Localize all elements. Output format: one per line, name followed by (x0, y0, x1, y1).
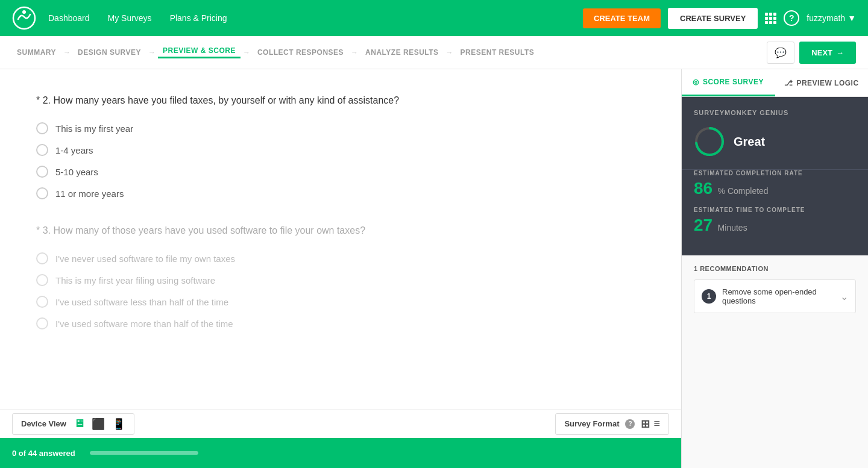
radio-3-4[interactable] (36, 317, 48, 329)
format-icons: ⊞ ≡ (641, 417, 660, 431)
nav-actions: CREATE TEAM CREATE SURVEY ? fuzzymath ▼ (583, 8, 856, 29)
progress-bar-section: 0 of 44 answered (0, 438, 681, 468)
panel-tabs: ◎ SCORE SURVEY ⎇ PREVIEW LOGIC (682, 69, 868, 97)
genius-rating: Great (694, 126, 856, 157)
time-to-complete-value: 27 (694, 216, 712, 234)
radio-2-2[interactable] (36, 144, 48, 156)
question-3-text: * 3. How many of those years have you us… (36, 223, 645, 238)
create-team-button[interactable]: CREATE TEAM (583, 8, 661, 28)
next-button[interactable]: NEXT → (799, 42, 856, 64)
top-nav: Dashboard My Surveys Plans & Pricing CRE… (0, 0, 868, 36)
completion-rate-label: ESTIMATED COMPLETION RATE (694, 170, 856, 176)
answer-3-3[interactable]: I've used software less than half of the… (36, 296, 645, 308)
rec-text-1: Remove some open-ended questions (722, 287, 834, 305)
step-analyze[interactable]: ANALYZE RESULTS (360, 48, 444, 57)
answer-2-2[interactable]: 1-4 years (36, 144, 645, 156)
question-3-block: * 3. How many of those years have you us… (36, 223, 645, 329)
recommendation-item-1[interactable]: 1 Remove some open-ended questions ⌄ (694, 279, 856, 313)
answer-2-1-label: This is my first year (55, 123, 133, 134)
genius-section: SURVEYMONKEY GENIUS Great (682, 97, 868, 169)
answer-2-4-label: 11 or more years (55, 189, 124, 199)
stats-section: ESTIMATED COMPLETION RATE 86 % Completed… (682, 169, 868, 255)
survey-format-box: Survey Format ? ⊞ ≡ (555, 413, 669, 435)
survey-scroll[interactable]: * 2. How many years have you filed taxes… (0, 69, 681, 468)
step-arrow-3: → (243, 48, 250, 57)
genius-rating-label: Great (734, 135, 765, 149)
genius-circle-container (694, 126, 725, 157)
step-design[interactable]: DESIGN SURVEY (73, 48, 146, 57)
step-arrow-2: → (148, 48, 156, 57)
completion-rate-stat: ESTIMATED COMPLETION RATE 86 % Completed (694, 170, 856, 198)
nav-plans-pricing[interactable]: Plans & Pricing (170, 13, 227, 23)
radio-3-3[interactable] (36, 296, 48, 308)
desktop-icon[interactable]: 🖥 (74, 417, 84, 430)
step-arrow-4: → (351, 48, 358, 57)
right-panel: ◎ SCORE SURVEY ⎇ PREVIEW LOGIC SURVEYMON… (681, 69, 868, 468)
answer-3-3-label: I've used software less than half of the… (55, 297, 228, 307)
genius-title: SURVEYMONKEY GENIUS (694, 109, 856, 116)
recommendation-header: 1 RECOMMENDATION (694, 265, 856, 272)
radio-2-4[interactable] (36, 187, 48, 199)
answer-2-3[interactable]: 5-10 years (36, 166, 645, 178)
radio-3-2[interactable] (36, 274, 48, 286)
help-icon[interactable]: ? (784, 10, 799, 26)
tab-score-survey[interactable]: ◎ SCORE SURVEY (682, 69, 775, 96)
nav-dashboard[interactable]: Dashboard (48, 13, 90, 23)
radio-3-1[interactable] (36, 252, 48, 264)
comment-icon: 💬 (775, 48, 787, 58)
answer-3-4-label: I've used software more than half of the… (55, 319, 233, 329)
comment-button[interactable]: 💬 (767, 42, 794, 64)
svg-point-1 (22, 10, 26, 14)
device-view-box: Device View 🖥 ⬛ 📱 (12, 413, 134, 435)
step-nav-actions: 💬 NEXT → (767, 42, 856, 64)
logo[interactable] (12, 6, 36, 30)
answer-2-3-label: 5-10 years (55, 167, 98, 177)
tablet-icon[interactable]: ⬛ (92, 417, 105, 431)
format-paged-icon[interactable]: ⊞ (641, 417, 650, 431)
rec-chevron-icon: ⌄ (840, 291, 848, 302)
rec-num-1: 1 (702, 289, 716, 304)
answer-2-1[interactable]: This is my first year (36, 122, 645, 134)
device-view-label: Device View (21, 419, 66, 428)
step-nav: SUMMARY → DESIGN SURVEY → PREVIEW & SCOR… (0, 36, 868, 69)
format-help-icon[interactable]: ? (625, 419, 635, 429)
preview-logic-icon: ⎇ (784, 79, 793, 87)
user-chevron-icon: ▼ (848, 13, 856, 23)
answer-2-4[interactable]: 11 or more years (36, 187, 645, 199)
completion-rate-value: 86 (694, 179, 712, 198)
time-to-complete-label: ESTIMATED TIME TO COMPLETE (694, 207, 856, 213)
step-present[interactable]: PRESENT RESULTS (456, 48, 539, 57)
next-arrow-icon: → (836, 48, 844, 57)
tab-preview-logic[interactable]: ⎇ PREVIEW LOGIC (775, 69, 869, 96)
progress-text: 0 of 44 answered (12, 449, 75, 458)
recommendation-section: 1 RECOMMENDATION 1 Remove some open-ende… (682, 255, 868, 468)
main-layout: * 2. How many years have you filed taxes… (0, 69, 868, 468)
step-arrow-1: → (63, 48, 71, 57)
step-items: SUMMARY → DESIGN SURVEY → PREVIEW & SCOR… (12, 46, 767, 58)
step-preview[interactable]: PREVIEW & SCORE (158, 46, 241, 58)
answer-3-2[interactable]: This is my first year filing using softw… (36, 274, 645, 286)
grid-icon[interactable] (765, 13, 776, 24)
question-2-text: * 2. How many years have you filed taxes… (36, 93, 645, 108)
user-menu[interactable]: fuzzymath ▼ (807, 13, 856, 23)
survey-area: * 2. How many years have you filed taxes… (0, 69, 681, 468)
time-to-complete-stat: ESTIMATED TIME TO COMPLETE 27 Minutes (694, 207, 856, 235)
radio-2-3[interactable] (36, 166, 48, 178)
answer-2-2-label: 1-4 years (55, 145, 93, 155)
bottom-tools-bar: Device View 🖥 ⬛ 📱 Survey Format ? ⊞ ≡ (0, 409, 681, 438)
format-list-icon[interactable]: ≡ (653, 417, 660, 431)
answer-3-2-label: This is my first year filing using softw… (55, 275, 215, 285)
answer-3-1[interactable]: I've never used software to file my own … (36, 252, 645, 264)
step-summary[interactable]: SUMMARY (12, 48, 61, 57)
nav-links: Dashboard My Surveys Plans & Pricing (48, 13, 583, 23)
completion-rate-unit: % Completed (718, 186, 769, 196)
time-to-complete-unit: Minutes (718, 223, 747, 232)
nav-my-surveys[interactable]: My Surveys (108, 13, 152, 23)
radio-2-1[interactable] (36, 122, 48, 134)
mobile-icon[interactable]: 📱 (112, 417, 125, 431)
create-survey-button[interactable]: CREATE SURVEY (668, 8, 758, 29)
answer-3-4[interactable]: I've used software more than half of the… (36, 317, 645, 329)
score-survey-icon: ◎ (693, 78, 699, 86)
step-arrow-5: → (446, 48, 453, 57)
step-collect[interactable]: COLLECT RESPONSES (253, 48, 348, 57)
